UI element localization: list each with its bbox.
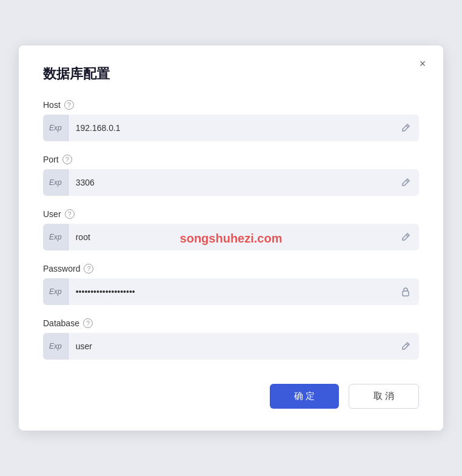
field-group-user: User?Exp xyxy=(43,209,419,250)
field-label-host: Host? xyxy=(43,100,419,110)
help-icon-password[interactable]: ? xyxy=(84,264,93,273)
field-group-password: Password?Exp xyxy=(43,264,419,305)
lock-icon-password[interactable] xyxy=(392,278,419,305)
field-label-user: User? xyxy=(43,209,419,219)
exp-badge-host: Exp xyxy=(43,115,69,141)
help-icon-user[interactable]: ? xyxy=(65,209,75,219)
label-text-user: User xyxy=(43,209,61,219)
edit-icon-database[interactable] xyxy=(392,333,419,360)
help-icon-database[interactable]: ? xyxy=(83,318,93,328)
input-wrapper-port: Exp xyxy=(43,169,419,196)
database-config-dialog: × 数据库配置 Host?Exp Port?Exp User?Exp Passw… xyxy=(19,45,443,431)
input-database[interactable] xyxy=(69,333,392,360)
label-text-host: Host xyxy=(43,100,61,110)
label-text-port: Port xyxy=(43,155,59,164)
close-button[interactable]: × xyxy=(415,56,430,71)
exp-badge-user: Exp xyxy=(43,224,69,250)
input-port[interactable] xyxy=(69,169,392,196)
input-wrapper-user: Exp xyxy=(43,224,419,250)
dialog-title: 数据库配置 xyxy=(43,65,419,83)
field-group-host: Host?Exp xyxy=(43,100,419,141)
exp-badge-database: Exp xyxy=(43,333,69,360)
exp-badge-port: Exp xyxy=(43,169,69,196)
input-wrapper-password: Exp xyxy=(43,278,419,305)
input-wrapper-host: Exp xyxy=(43,115,419,141)
dialog-footer: 确 定 取 消 xyxy=(43,384,419,409)
input-wrapper-database: Exp xyxy=(43,333,419,360)
field-label-password: Password? xyxy=(43,264,419,273)
edit-icon-host[interactable] xyxy=(392,115,419,141)
field-label-database: Database? xyxy=(43,318,419,328)
label-text-database: Database xyxy=(43,318,79,328)
edit-icon-user[interactable] xyxy=(392,224,419,250)
field-group-database: Database?Exp xyxy=(43,318,419,360)
confirm-button[interactable]: 确 定 xyxy=(270,384,339,409)
exp-badge-password: Exp xyxy=(43,278,69,305)
input-user[interactable] xyxy=(69,224,392,250)
help-icon-port[interactable]: ? xyxy=(62,155,72,164)
cancel-button[interactable]: 取 消 xyxy=(349,384,419,409)
field-label-port: Port? xyxy=(43,155,419,164)
fields-container: Host?Exp Port?Exp User?Exp Password?Exp … xyxy=(43,100,419,360)
svg-rect-0 xyxy=(403,291,409,296)
help-icon-host[interactable]: ? xyxy=(64,100,74,110)
edit-icon-port[interactable] xyxy=(392,169,419,196)
label-text-password: Password xyxy=(43,264,80,273)
field-group-port: Port?Exp xyxy=(43,155,419,196)
input-password[interactable] xyxy=(69,278,392,305)
input-host[interactable] xyxy=(69,115,392,141)
